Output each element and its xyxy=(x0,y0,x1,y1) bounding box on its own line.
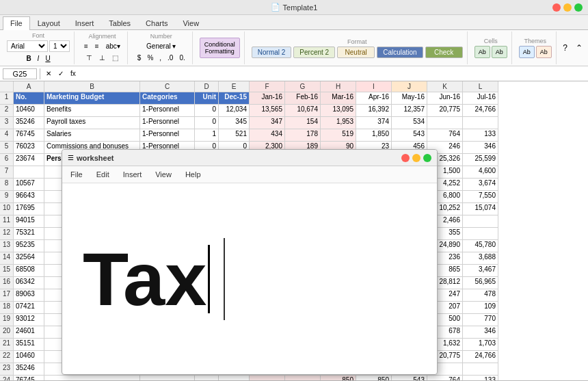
table-cell[interactable] xyxy=(14,166,44,179)
table-cell[interactable] xyxy=(250,376,285,380)
table-cell[interactable]: 345 xyxy=(219,117,250,129)
table-cell[interactable]: Dec-15 xyxy=(219,92,250,105)
table-cell[interactable]: 32564 xyxy=(14,252,44,265)
conditional-formatting-button[interactable]: ConditionalFormatting xyxy=(200,38,240,58)
currency-button[interactable]: $ xyxy=(135,53,144,63)
italic-button[interactable]: I xyxy=(35,53,42,64)
table-cell[interactable]: 1-Personnel xyxy=(140,129,195,142)
table-cell[interactable]: 12,357 xyxy=(392,105,427,117)
table-cell[interactable] xyxy=(463,215,498,228)
table-cell[interactable]: 346 xyxy=(463,326,498,339)
table-cell[interactable]: 4,600 xyxy=(463,166,498,179)
table-cell[interactable]: 133 xyxy=(463,376,498,380)
table-cell[interactable]: 25,599 xyxy=(463,154,498,166)
theme-2-button[interactable]: Ab xyxy=(536,46,552,58)
table-cell[interactable]: 89063 xyxy=(14,289,44,302)
format-neutral-button[interactable]: Neutral xyxy=(337,47,375,58)
table-cell[interactable]: 11 xyxy=(0,215,14,228)
table-cell[interactable]: 75321 xyxy=(14,228,44,240)
table-cell[interactable]: 521 xyxy=(219,129,250,142)
table-cell[interactable]: 7 xyxy=(0,166,14,179)
table-cell[interactable]: No. xyxy=(14,92,44,105)
table-cell[interactable]: 45,780 xyxy=(463,240,498,252)
table-cell[interactable]: 07421 xyxy=(14,302,44,314)
align-middle-button[interactable]: ⊥ xyxy=(96,53,108,63)
insert-cell-button[interactable]: Ab xyxy=(475,46,490,58)
table-cell[interactable]: 1,703 xyxy=(463,339,498,351)
table-cell[interactable] xyxy=(44,376,140,380)
table-cell[interactable]: 0 xyxy=(195,117,219,129)
popup-menu-view[interactable]: View xyxy=(152,169,174,180)
format-percent-button[interactable]: Percent 2 xyxy=(293,47,335,58)
table-row[interactable]: 335246Payroll taxes1-Personnel0345347154… xyxy=(0,117,588,129)
table-cell[interactable]: 543 xyxy=(392,376,427,380)
wrap-text-button[interactable]: ⬚ xyxy=(109,53,121,63)
format-normal-button[interactable]: Normal 2 xyxy=(252,47,292,58)
table-cell[interactable]: 35151 xyxy=(14,339,44,351)
table-cell[interactable]: Jan-16 xyxy=(250,92,285,105)
table-cell[interactable]: 13,095 xyxy=(321,105,356,117)
formula-input[interactable] xyxy=(81,69,585,79)
format-calc-button[interactable]: Calculation xyxy=(377,47,423,58)
table-cell[interactable]: Salaries xyxy=(44,129,140,142)
table-cell[interactable] xyxy=(285,376,321,380)
table-cell[interactable]: 1,850 xyxy=(356,129,392,142)
table-cell[interactable]: 850 xyxy=(356,376,392,380)
table-cell[interactable]: 133 xyxy=(463,129,498,142)
popup-menu-help[interactable]: Help xyxy=(183,169,204,180)
decrease-decimal-button[interactable]: 0. xyxy=(176,53,187,63)
tab-charts[interactable]: Charts xyxy=(138,16,175,29)
table-cell[interactable]: 154 xyxy=(285,117,321,129)
table-cell[interactable]: 10460 xyxy=(14,351,44,363)
table-cell[interactable]: 5 xyxy=(0,142,14,154)
table-cell[interactable]: Marketing Budget xyxy=(44,92,140,105)
table-cell[interactable]: 1-Personnel xyxy=(140,117,195,129)
table-cell[interactable]: 374 xyxy=(356,117,392,129)
table-cell[interactable]: 10,674 xyxy=(285,105,321,117)
table-cell[interactable] xyxy=(427,117,463,129)
table-cell[interactable]: Categories xyxy=(140,92,195,105)
table-cell[interactable]: 434 xyxy=(250,129,285,142)
maximize-button[interactable] xyxy=(574,3,583,12)
delete-cell-button[interactable]: Ab xyxy=(492,46,507,58)
table-cell[interactable]: 178 xyxy=(285,129,321,142)
table-cell[interactable]: 347 xyxy=(250,117,285,129)
increase-decimal-button[interactable]: .0 xyxy=(165,53,176,63)
table-row[interactable]: 1No.Marketing BudgetCategoriesUnitDec-15… xyxy=(0,92,588,105)
table-cell[interactable]: Jul-16 xyxy=(463,92,498,105)
table-row[interactable]: 210460Benefits1-Personnel012,03413,56510… xyxy=(0,105,588,117)
table-cell[interactable]: 7,550 xyxy=(463,191,498,203)
table-cell[interactable]: 0 xyxy=(195,105,219,117)
table-cell[interactable]: 8 xyxy=(0,179,14,191)
table-cell[interactable] xyxy=(463,363,498,376)
table-cell[interactable] xyxy=(463,117,498,129)
close-button[interactable] xyxy=(552,3,561,12)
table-cell[interactable]: 346 xyxy=(463,142,498,154)
table-cell[interactable]: 16 xyxy=(0,277,14,289)
table-cell[interactable]: 519 xyxy=(321,129,356,142)
table-row[interactable]: 476745Salaries1-Personnel15214341785191,… xyxy=(0,129,588,142)
table-row[interactable]: 2476745850850543764133 xyxy=(0,376,588,380)
tab-file[interactable]: File xyxy=(3,16,30,30)
percent-button[interactable]: % xyxy=(144,53,156,63)
table-cell[interactable]: 3,674 xyxy=(463,179,498,191)
table-cell[interactable]: Benefits xyxy=(44,105,140,117)
table-cell[interactable] xyxy=(463,228,498,240)
table-cell[interactable]: 24,766 xyxy=(463,351,498,363)
table-cell[interactable]: 24,766 xyxy=(463,105,498,117)
table-cell[interactable]: 94015 xyxy=(14,215,44,228)
table-cell[interactable]: Feb-16 xyxy=(285,92,321,105)
cancel-formula-button[interactable]: ✕ xyxy=(43,68,54,79)
popup-min-button[interactable] xyxy=(412,154,420,162)
tab-view[interactable]: View xyxy=(175,16,206,29)
table-cell[interactable]: 770 xyxy=(463,314,498,326)
table-cell[interactable]: 13,565 xyxy=(250,105,285,117)
minimize-button[interactable] xyxy=(563,3,572,12)
table-cell[interactable]: 1,953 xyxy=(321,117,356,129)
comma-button[interactable]: , xyxy=(157,53,164,63)
table-cell[interactable]: 109 xyxy=(463,302,498,314)
number-format-button[interactable]: General ▾ xyxy=(144,41,178,51)
table-cell[interactable]: 764 xyxy=(427,376,463,380)
table-cell[interactable]: 4 xyxy=(0,129,14,142)
table-cell[interactable]: 764 xyxy=(427,129,463,142)
